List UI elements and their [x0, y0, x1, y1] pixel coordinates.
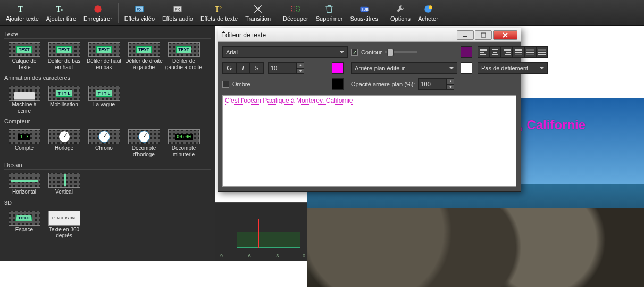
spin-down-icon[interactable]: ▼	[447, 84, 454, 90]
bg-mode-select[interactable]: Arrière-plan éditeur	[351, 62, 457, 74]
dialog-title: Éditeur de texte	[221, 31, 456, 39]
text-fx-button[interactable]: T Effets de texte	[197, 1, 241, 25]
preset-count[interactable]: 1 3Compte	[4, 128, 44, 159]
text-color-swatch[interactable]	[332, 62, 344, 74]
spin-up-icon[interactable]: ▲	[297, 62, 304, 68]
add-text-button[interactable]: T+ Ajouter texte	[3, 1, 42, 25]
record-button[interactable]: Enregistrer	[80, 1, 115, 25]
preset-text-layer[interactable]: TEXTCalque de Texte	[4, 41, 44, 71]
outline-checkbox[interactable]: Contour	[351, 49, 457, 56]
svg-text:SUB: SUB	[361, 7, 369, 11]
spin-up-icon[interactable]: ▲	[447, 78, 454, 84]
align-top-button[interactable]	[513, 46, 524, 58]
align-middle-button[interactable]	[524, 46, 536, 58]
timeline-tick: -9	[219, 253, 223, 259]
font-size-value: 10	[271, 65, 277, 71]
font-select[interactable]: Arial	[222, 46, 348, 58]
split-button[interactable]: Découper	[280, 1, 312, 25]
buy-label: Acheter	[418, 15, 438, 22]
subtitles-icon: SUB	[359, 4, 370, 14]
buy-button[interactable]: Acheter	[415, 1, 441, 25]
preset-scroll-up[interactable]: TEXTDéfiler de bas en haut	[44, 41, 84, 71]
font-size-spinner[interactable]: 10 ▲▼	[268, 62, 304, 74]
options-button[interactable]: Options	[387, 1, 414, 25]
outline-color-swatch[interactable]	[461, 46, 472, 58]
audio-fx-label: Effets audio	[162, 15, 193, 22]
preset-scroll-down[interactable]: TEXTDéfiler de haut en bas	[84, 41, 124, 71]
preset-mobilisation[interactable]: T I T LMobilisation	[44, 85, 84, 115]
record-label: Enregistrer	[83, 15, 112, 22]
preset-clock[interactable]: Horloge	[44, 128, 84, 159]
preset-label: La vague	[93, 102, 115, 108]
align-center-button[interactable]	[489, 46, 501, 58]
preset-space[interactable]: TITLEEspace	[4, 210, 44, 240]
subtitles-button[interactable]: SUB Sous-titres	[347, 1, 381, 25]
preset-thumb-tag: T I T L	[96, 90, 113, 97]
bg-opacity-label: Opacité arrière-plan (%):	[351, 81, 415, 87]
video-fx-button[interactable]: FX Effets vidéo	[121, 1, 158, 25]
add-title-button[interactable]: Tx Ajouter titre	[43, 1, 79, 25]
transition-button[interactable]: Transition	[242, 1, 274, 25]
preset-clock-countdown[interactable]: Décompte d'horloge	[124, 128, 164, 159]
preset-scroll-rtl[interactable]: TEXTDéfiler de droite à gauche	[124, 41, 164, 71]
outline-width-slider[interactable]	[385, 51, 417, 53]
toolbar-separator	[384, 3, 384, 23]
maximize-icon	[481, 32, 486, 38]
preset-timer-countdown[interactable]: 00:00Décompte minuterie	[164, 128, 204, 159]
scroll-select[interactable]: Pas de défilement	[478, 62, 548, 74]
preset-vertical[interactable]: Vertical	[44, 172, 84, 196]
preset-typewriter[interactable]: Machine à écrire	[4, 85, 44, 115]
preset-label: Défiler de droite à gauche	[125, 58, 163, 70]
preset-thumb-tag: TEXT	[56, 46, 71, 53]
preset-label: Vertical	[55, 189, 73, 195]
section-3d: 3D	[4, 199, 211, 207]
bold-button[interactable]: G	[222, 62, 236, 74]
preset-horizontal[interactable]: Horizontal	[4, 172, 44, 196]
trash-icon	[324, 4, 334, 14]
audio-fx-button[interactable]: FX Effets audio	[159, 1, 196, 25]
align-right-button[interactable]	[501, 46, 513, 58]
dialog-titlebar[interactable]: Éditeur de texte	[218, 28, 521, 42]
editor-text-content: C'est l'océan Pacifique à Monterey, Cali…	[225, 97, 353, 105]
minimize-button[interactable]	[457, 30, 474, 40]
bg-opacity-spinner[interactable]: 100 ▲▼	[418, 78, 454, 90]
svg-text:x: x	[61, 7, 63, 12]
text-editor-textarea[interactable]: C'est l'océan Pacifique à Monterey, Cali…	[222, 95, 516, 187]
svg-rect-17	[481, 33, 486, 37]
font-value: Arial	[226, 49, 238, 55]
preset-label: Décompte minuterie	[165, 145, 203, 157]
maximize-button[interactable]	[475, 30, 492, 40]
delete-button[interactable]: Supprimer	[313, 1, 346, 25]
svg-rect-10	[291, 6, 295, 12]
fx-video-icon: FX	[134, 4, 145, 14]
section-text: Texte	[4, 31, 211, 39]
text-fx-label: Effets de texte	[200, 15, 238, 22]
preset-label: Calque de Texte	[5, 58, 43, 70]
timeline-tick: -3	[274, 253, 279, 259]
italic-button[interactable]: I	[236, 62, 250, 74]
preset-chrono[interactable]: Chrono	[84, 128, 124, 159]
svg-text:FX: FX	[137, 7, 142, 12]
effects-browser[interactable]: Texte TEXTCalque de Texte TEXTDéfiler de…	[0, 26, 215, 261]
underline-button[interactable]: S	[250, 62, 264, 74]
align-bottom-button[interactable]	[536, 46, 548, 58]
checkbox-icon	[351, 49, 358, 56]
delete-label: Supprimer	[316, 15, 343, 22]
align-left-button[interactable]	[478, 46, 489, 58]
section-counter: Compteur	[4, 118, 211, 126]
preset-360-text[interactable]: PLACE IS 360Texte en 360 degrés	[44, 210, 84, 240]
add-title-label: Ajouter titre	[46, 15, 76, 22]
shadow-color-swatch[interactable]	[332, 78, 344, 90]
preset-label: Espace	[15, 227, 33, 233]
shadow-label: Ombre	[232, 81, 250, 87]
bg-color-swatch[interactable]	[461, 62, 472, 74]
close-button[interactable]	[493, 30, 517, 40]
spin-down-icon[interactable]: ▼	[297, 68, 304, 74]
timeline-tick: 0	[303, 253, 305, 259]
preset-scroll-ltr[interactable]: TEXTDéfiler de gauche à droite	[164, 41, 204, 71]
preset-wave[interactable]: T I T LLa vague	[84, 85, 124, 115]
preset-label: Décompte d'horloge	[125, 145, 163, 157]
preset-label: Texte en 360 degrés	[45, 227, 83, 239]
shadow-checkbox[interactable]: Ombre	[222, 81, 329, 88]
fx-audio-icon: FX	[172, 4, 183, 14]
